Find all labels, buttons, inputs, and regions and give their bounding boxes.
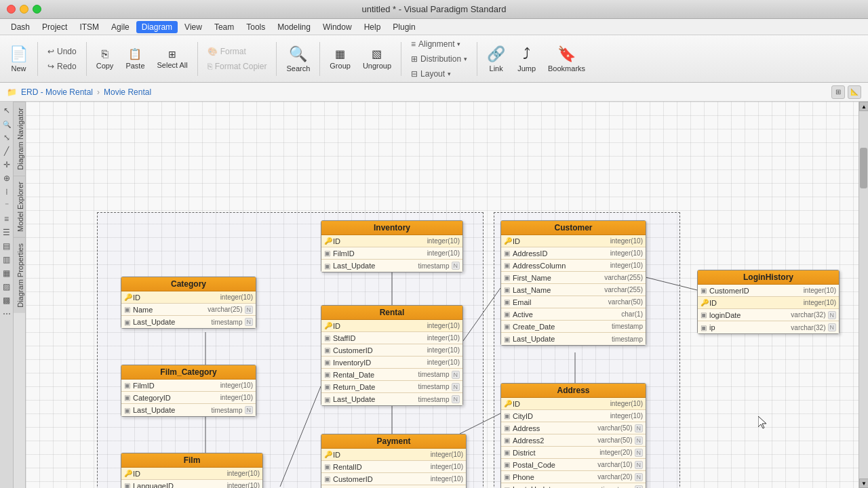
table-address[interactable]: Address 🔑 ID integer(10) ▣ CityID intege… — [500, 383, 646, 488]
minimize-button[interactable] — [20, 5, 28, 14]
table-address-row-4: ▣ District integer(20) N — [501, 447, 646, 459]
alignment-button[interactable]: ≡ Alignment ▾ — [406, 37, 473, 51]
menu-window[interactable]: Window — [317, 21, 357, 33]
tool-list2[interactable]: ☰ — [1, 226, 13, 239]
tool-cross2[interactable]: ⊕ — [1, 172, 13, 184]
copy-button[interactable]: ⎘ Copy — [91, 39, 119, 79]
right-scrollbar[interactable]: ▲ ▼ — [859, 102, 868, 488]
menu-view[interactable]: View — [179, 21, 208, 33]
alignment-label: Alignment — [418, 39, 454, 49]
table-customer-row-6: ▣ Active char(1) — [501, 308, 646, 321]
format-button[interactable]: 🎨 Format — [202, 45, 273, 58]
menu-dash[interactable]: Dash — [5, 21, 35, 33]
breadcrumb-root[interactable]: ERD - Movie Rental — [21, 87, 93, 97]
select-all-button[interactable]: ⊞ Select All — [152, 39, 193, 79]
group-button[interactable]: ▦ Group — [324, 39, 356, 79]
undo-button[interactable]: ↩ Undo — [42, 45, 82, 58]
table-category[interactable]: Category 🔑 ID integer(10) ▣ Name varchar… — [121, 277, 256, 329]
tool-connect[interactable]: ⤡ — [1, 131, 13, 144]
distribution-button[interactable]: ⊞ Distribution ▾ — [406, 52, 473, 66]
table-rental[interactable]: Rental 🔑 ID integer(10) ▣ StaffID intege… — [321, 305, 463, 406]
format-label: Format — [220, 47, 246, 56]
tool-cross[interactable]: ✛ — [1, 159, 13, 171]
tool-list7[interactable]: ▩ — [1, 294, 13, 306]
table-payment[interactable]: Payment 🔑 ID integer(10) ▣ RentalID inte… — [321, 434, 467, 488]
group-label: Group — [330, 62, 351, 70]
panel-tab-model-explorer[interactable]: Model Explorer — [14, 176, 25, 237]
key-icon: 🔑 — [504, 400, 511, 407]
table-rental-row-6: ▣ Last_Update timestamp N — [321, 393, 462, 405]
breadcrumb-folder-icon: 📁 — [7, 87, 17, 97]
close-button[interactable] — [7, 5, 16, 14]
menu-tools[interactable]: Tools — [241, 21, 271, 33]
link-button[interactable]: 🔗 Link — [481, 39, 511, 79]
field-icon: ▣ — [504, 412, 511, 420]
menu-plugin[interactable]: Plugin — [387, 21, 420, 33]
menu-agile[interactable]: Agile — [106, 21, 135, 33]
redo-button[interactable]: ↪ Redo — [42, 60, 82, 73]
bookmarks-icon: 🔖 — [557, 45, 576, 63]
tool-line[interactable]: ╱ — [1, 145, 13, 157]
table-payment-row-2: ▣ CustomerID integer(10) — [321, 473, 466, 485]
scroll-thumb[interactable] — [860, 148, 867, 188]
layout-button[interactable]: ⊟ Layout ▾ — [406, 67, 473, 81]
jump-label: Jump — [517, 64, 536, 73]
panel-tab-diagram-properties[interactable]: Diagram Properties — [14, 237, 25, 313]
table-film[interactable]: Film 🔑 ID integer(10) ▣ LanguageID integ… — [121, 453, 263, 488]
tool-list3[interactable]: ▤ — [1, 240, 13, 252]
scroll-track[interactable] — [859, 111, 868, 479]
tool-list6[interactable]: ▨ — [1, 281, 13, 293]
table-rental-row-3: ▣ InventoryID integer(10) — [321, 357, 462, 369]
tool-pointer[interactable]: ↖ — [1, 104, 13, 117]
tool-list4[interactable]: ▥ — [1, 253, 13, 266]
format-copier-icon: ⎘ — [208, 62, 212, 71]
breadcrumb-action-1[interactable]: ⊞ — [831, 85, 845, 99]
ungroup-button[interactable]: ▧ Ungroup — [357, 39, 397, 79]
breadcrumb-action-2[interactable]: 📐 — [848, 85, 861, 99]
jump-button[interactable]: ⤴ Jump — [512, 39, 541, 79]
redo-label: Redo — [57, 62, 77, 71]
tool-list5[interactable]: ▦ — [1, 267, 13, 279]
distribution-label: Distribution — [420, 54, 461, 64]
paste-icon: 📋 — [128, 47, 142, 60]
table-inventory-row-0: 🔑 ID integer(10) — [321, 235, 462, 247]
field-icon: ▣ — [504, 286, 511, 293]
table-address-row-7: ▣ Last_Update timestamp N — [501, 483, 646, 488]
arrange-group: ≡ Alignment ▾ ⊞ Distribution ▾ ⊟ Layout … — [406, 39, 473, 79]
field-icon: ▣ — [324, 346, 331, 354]
menu-project[interactable]: Project — [37, 21, 73, 33]
key-icon: 🔑 — [124, 470, 131, 477]
paste-button[interactable]: 📋 Paste — [120, 39, 150, 79]
breadcrumb-separator: › — [97, 87, 100, 97]
tool-dots[interactable]: ⁞ — [1, 186, 13, 198]
menu-diagram[interactable]: Diagram — [136, 21, 178, 33]
menu-help[interactable]: Help — [359, 21, 387, 33]
table-inventory-header: Inventory — [321, 221, 462, 235]
panel-tab-diagram-navigator[interactable]: Diagram Navigator — [14, 102, 25, 176]
format-copier-button[interactable]: ⎘ Format Copier — [202, 60, 273, 73]
new-button[interactable]: 📄 New — [4, 39, 33, 79]
table-customer[interactable]: Customer 🔑 ID integer(10) ▣ AddressID in… — [500, 220, 646, 346]
search-button[interactable]: 🔍 Search — [281, 39, 315, 79]
tool-dash[interactable]: ⁻ — [1, 199, 13, 211]
table-film-category[interactable]: Film_Category ▣ FilmID integer(10) ▣ Cat… — [121, 365, 256, 417]
canvas[interactable]: Inventory 🔑 ID integer(10) ▣ FilmID inte… — [26, 102, 859, 488]
format-group: 🎨 Format ⎘ Format Copier — [202, 39, 273, 79]
breadcrumb-current[interactable]: Movie Rental — [104, 87, 151, 97]
tool-zoom[interactable]: 🔍 — [1, 118, 13, 130]
table-login-history[interactable]: LoginHistory ▣ CustomerID integer(10) 🔑 … — [697, 270, 840, 334]
menu-team[interactable]: Team — [209, 21, 239, 33]
tool-more[interactable]: ⋯ — [1, 308, 13, 320]
table-loginhistory-row-1: 🔑 ID integer(10) — [698, 297, 839, 309]
menu-itsm[interactable]: ITSM — [74, 21, 104, 33]
field-icon: ▣ — [124, 482, 131, 488]
tool-list[interactable]: ≡ — [1, 213, 13, 225]
scroll-down-button[interactable]: ▼ — [859, 479, 868, 488]
select-all-label: Select All — [157, 61, 188, 69]
scroll-up-button[interactable]: ▲ — [859, 102, 868, 111]
menu-modeling[interactable]: Modeling — [272, 21, 316, 33]
bookmarks-button[interactable]: 🔖 Bookmarks — [542, 39, 591, 79]
table-category-row-1: ▣ Name varchar(25) N — [121, 304, 256, 316]
table-inventory[interactable]: Inventory 🔑 ID integer(10) ▣ FilmID inte… — [321, 220, 463, 272]
maximize-button[interactable] — [33, 5, 41, 14]
